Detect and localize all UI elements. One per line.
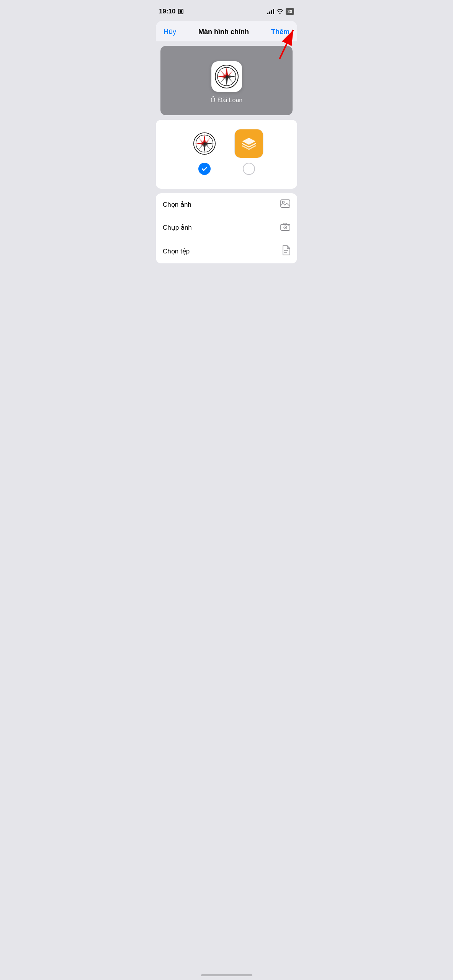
icon-image-1 (190, 129, 219, 158)
add-button[interactable]: Thêm (271, 28, 289, 36)
svg-marker-18 (203, 144, 206, 152)
icon-option-1[interactable] (190, 129, 219, 175)
camera-icon (280, 222, 290, 233)
layers-symbol-icon (241, 136, 257, 152)
svg-marker-6 (225, 67, 228, 77)
photo-icon (280, 199, 290, 210)
svg-point-14 (226, 75, 228, 78)
svg-marker-21 (198, 137, 204, 144)
svg-marker-7 (225, 77, 228, 86)
compass-option-icon (193, 132, 216, 155)
icon-option-2[interactable] (234, 129, 263, 175)
svg-point-25 (203, 142, 206, 145)
status-bar: 19:10 30 (151, 0, 302, 21)
svg-marker-22 (205, 144, 211, 150)
checkmark-icon (201, 165, 208, 172)
svg-marker-13 (220, 77, 226, 83)
icon-selector (156, 120, 297, 189)
page-title: Màn hình chính (198, 28, 249, 36)
svg-marker-12 (227, 70, 234, 77)
choose-file-label: Chọn tệp (163, 247, 190, 255)
take-photo-label: Chụp ảnh (163, 224, 192, 232)
svg-marker-10 (220, 70, 226, 77)
choose-photo-item[interactable]: Chọn ảnh (156, 193, 297, 216)
svg-rect-1 (180, 10, 182, 13)
radio-unchecked-icon[interactable] (243, 163, 255, 175)
file-icon (282, 245, 290, 257)
icon-image-2 (234, 129, 263, 158)
svg-marker-11 (227, 77, 234, 83)
battery-icon: 30 (286, 8, 294, 15)
radio-checked-icon[interactable] (198, 163, 211, 175)
icon-options (190, 129, 263, 175)
status-time: 19:10 (159, 8, 184, 15)
record-icon (178, 8, 184, 15)
status-icons: 30 (267, 8, 294, 15)
nav-header: Hủy Màn hình chính Thêm (156, 21, 297, 41)
cancel-button[interactable]: Hủy (164, 28, 176, 36)
take-photo-item[interactable]: Chụp ảnh (156, 216, 297, 239)
svg-marker-24 (198, 144, 204, 150)
app-preview-area: Ở Đài Loan (160, 46, 293, 115)
app-icon-preview (211, 61, 242, 92)
svg-marker-17 (203, 135, 206, 144)
layers-app-icon (235, 129, 263, 158)
svg-point-27 (283, 201, 285, 203)
wifi-icon (276, 8, 283, 15)
signal-bars-icon (267, 9, 274, 14)
compass-icon (214, 64, 239, 89)
menu-card: Chọn ảnh Chụp ảnh Chọn tệp (156, 193, 297, 263)
choose-file-item[interactable]: Chọn tệp (156, 239, 297, 263)
svg-rect-31 (288, 225, 289, 226)
svg-rect-26 (281, 200, 290, 207)
svg-marker-23 (205, 137, 211, 144)
svg-point-30 (285, 227, 286, 228)
app-name-label: Ở Đài Loan (211, 96, 243, 104)
choose-photo-label: Chọn ảnh (163, 201, 191, 209)
